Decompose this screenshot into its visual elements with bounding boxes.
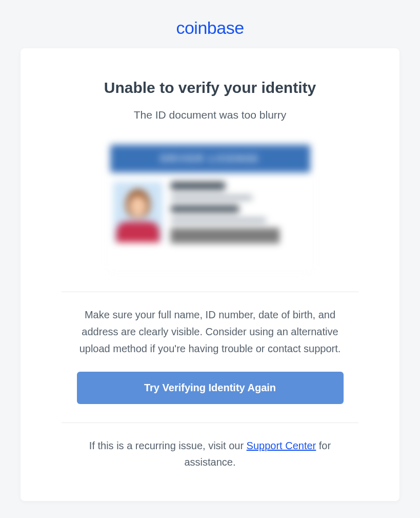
main-card: Unable to verify your identity The ID do… bbox=[21, 48, 399, 501]
brand-logo: coinbase bbox=[176, 18, 244, 37]
page-title: Unable to verify your identity bbox=[62, 79, 358, 97]
footer-prefix: If this is a recurring issue, visit our bbox=[89, 440, 247, 451]
subtitle: The ID document was too blurry bbox=[62, 109, 358, 121]
try-again-button[interactable]: Try Verifying Identity Again bbox=[77, 372, 344, 404]
support-center-link[interactable]: Support Center bbox=[247, 440, 316, 451]
divider bbox=[62, 292, 358, 292]
id-card-barcode bbox=[171, 228, 280, 243]
id-card-body bbox=[105, 178, 315, 247]
blurry-id-illustration: DRIVER LICENSE bbox=[105, 140, 315, 273]
id-card-header: DRIVER LICENSE bbox=[110, 145, 310, 172]
logo-container: coinbase bbox=[21, 18, 399, 38]
instructions-text: Make sure your full name, ID number, dat… bbox=[62, 306, 358, 357]
id-card-info bbox=[171, 182, 307, 243]
id-card-photo bbox=[113, 182, 163, 242]
support-text: If this is a recurring issue, visit our … bbox=[62, 437, 358, 470]
divider bbox=[62, 423, 358, 423]
